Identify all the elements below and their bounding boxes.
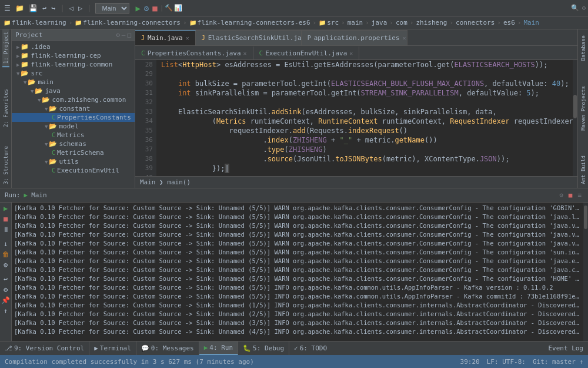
tree-item-src[interactable]: ▼ 📂 src [12,69,135,78]
tab-executionenv[interactable]: C ExecutionEnvUtil.java ✕ [253,47,360,59]
redo-icon[interactable]: ↪ [49,3,57,14]
breadcrumb-flink-learning[interactable]: 📁 flink-learning [4,19,66,26]
run-label: Run: [5,191,21,199]
coverage-btn[interactable]: 📊 [174,4,182,12]
tab-version-control[interactable]: ⎇ 9: Version Control [0,342,89,355]
folder-icon: 📂 [35,87,43,95]
filter-btn[interactable]: ⚙ [1,260,11,270]
tree-item-metrics[interactable]: C Metrics [12,131,135,140]
event-log-btn[interactable]: Event Log [543,344,588,352]
console-line: [Kafka 0.10 Fetcher for Source: Custom S… [14,283,581,292]
breadcrumb-java[interactable]: java [372,19,387,26]
build-btn[interactable]: 🔨 [165,4,173,12]
code-line-28: List<HttpHost> esAddresses = EsUtil.getE… [161,60,568,69]
breadcrumb-connectors2[interactable]: connectors [456,19,495,26]
bottom-panel-header: Run: ▶ Main ⚙ ■ ≡ [0,188,588,203]
tab-debug[interactable]: 🐛 5: Debug [238,342,289,355]
toolbar-icons: ☰ 📁 💾 ↩ ↪ | ◁ ▷ | [2,3,93,14]
tree-item-constant[interactable]: ▼ 📂 constant [12,104,135,113]
tree-item-main[interactable]: ▼ 📂 main [12,78,135,87]
tab-terminal[interactable]: ▶ Terminal [89,342,136,355]
console-scrollbar[interactable] [583,203,588,341]
rerun-btn[interactable]: ⚙ [557,191,565,200]
tree-item-model[interactable]: ▼ 📂 model [12,122,135,131]
tab-messages[interactable]: 💬 0: Messages [136,342,199,355]
tree-item-metricschema[interactable]: C MetricSchema [12,148,135,157]
tab-application-properties[interactable]: P application.properties ✕ [302,30,407,45]
console-output[interactable]: [Kafka 0.10 Fetcher for Source: Custom S… [12,203,583,341]
breadcrumb-main-class[interactable]: Main [523,19,539,26]
tree-item-idea[interactable]: ▶ 📁 .idea [12,42,135,51]
tab-close-icon[interactable]: ✕ [186,35,189,41]
debug-button[interactable]: ⚙ [143,2,150,14]
tab-close-2[interactable]: ✕ [349,50,353,57]
sidebar-ant[interactable]: Ant Build [580,152,587,188]
pin-btn[interactable]: 📌 [1,296,11,305]
tab-todo[interactable]: ✓ 6: TODO [289,342,332,355]
forward-icon[interactable]: ▷ [76,3,84,14]
code-line-30: int bulkSize = parameterTool.getInt(ELAS… [161,79,568,88]
breadcrumb-es62[interactable]: es6 [503,19,515,26]
stop-run-btn[interactable]: ■ [567,191,574,200]
editor-scrollbar[interactable] [573,60,577,176]
settings-btn[interactable]: ⚙ [116,31,120,39]
breadcrumb-com[interactable]: com [396,19,407,26]
run-again-btn[interactable]: ▶ [1,204,11,213]
tree-item-java[interactable]: ▼ 📂 java [12,87,135,95]
class-file-icon-2: C [259,49,263,57]
breadcrumb-zhisheng[interactable]: zhisheng [416,19,447,26]
sidebar-item-structure[interactable]: 3: Structure [2,142,9,188]
breadcrumb-es6[interactable]: 📁 flink-learning-connectors-es6 [189,19,310,26]
tree-item-utils[interactable]: ▼ 📂 utils [12,157,135,166]
sidebar-database[interactable]: Database [580,32,587,64]
tree-item-common[interactable]: ▶ 📁 flink-learning-common [12,60,135,69]
undo-icon[interactable]: ↩ [41,3,48,14]
settings-run-btn[interactable]: ≡ [576,191,583,200]
menu-icon[interactable]: ☰ [2,3,12,14]
sidebar-item-favorites[interactable]: 2: Favorites [2,85,9,131]
cog-btn[interactable]: ⚙ [1,285,11,294]
save-icon[interactable]: 💾 [27,3,39,14]
sidebar-item-project[interactable]: 1: Project [2,29,9,67]
run-config-dropdown[interactable]: Main [95,3,129,14]
run-button[interactable]: ▶ [134,2,141,14]
settings-icon[interactable]: ⚙ [582,4,586,12]
clear-btn[interactable]: 🗑 [1,250,11,259]
tab-run[interactable]: ▶ 4: Run [199,342,238,355]
code-content[interactable]: List<HttpHost> esAddresses = EsUtil.getE… [156,60,573,176]
breadcrumb-src[interactable]: 📁 src [319,19,339,26]
sidebar-maven[interactable]: Maven Projects [580,82,587,134]
back-icon[interactable]: ◁ [68,3,75,14]
console-line: [Kafka 0.10 Fetcher for Source: Custom S… [14,248,581,257]
tab-close[interactable]: ✕ [243,50,247,57]
scroll-end-btn[interactable]: ↓ [1,239,11,248]
open-icon[interactable]: 📁 [14,3,26,14]
tree-item-properties[interactable]: C PropertiesConstants [12,113,135,122]
folder-icon: 📂 [49,158,57,165]
tree-item-execenv[interactable]: C ExecutionEnvUtil [12,166,135,175]
line-numbers: 28 29 30 31 32 33 34 35 36 37 38 39 40 4… [135,60,156,176]
project-tree: ▶ 📁 .idea ▶ 📁 flink-learning-cep ▶ 📁 fli… [12,41,135,188]
console-line: [Kafka 0.10 Fetcher for Source: Custom S… [14,213,581,221]
stop-button[interactable]: ■ [151,2,158,14]
tab-label-3: application.properties [314,34,400,42]
stop-run-btn-2[interactable]: ■ [1,214,11,224]
tree-item-schemas[interactable]: ▼ 📂 schemas [12,140,135,148]
breadcrumb-main[interactable]: main [348,19,363,26]
tab-elasticsearch[interactable]: J ElasticSearchSinkUtil.java ✕ [196,30,302,45]
minimize-btn[interactable]: — [122,31,126,39]
folder-icon-2: 📁 [75,19,82,26]
export-btn[interactable]: ↑ [1,306,11,316]
wrap-btn[interactable]: ↩ [1,274,11,284]
pause-btn[interactable]: ⏸ [1,225,11,234]
tab-properties-constants[interactable]: C PropertiesConstants.java ✕ [135,47,253,59]
breadcrumb-connectors[interactable]: 📁 flink-learning-connectors [75,19,181,26]
console-line: [Kafka 0.10 Fetcher for Source: Custom S… [14,310,581,319]
code-line-38: .source(JsonUtil.toJSONBytes(metric), XC… [161,154,568,164]
tab-main-java[interactable]: J Main.java ✕ [135,30,196,45]
maximize-btn[interactable]: □ [127,31,131,39]
search-everywhere-icon[interactable]: 🔍 [571,4,579,12]
tree-item-com[interactable]: ▼ 📂 com.zhisheng.common [12,95,135,104]
tab-close-icon-3[interactable]: ✕ [402,35,406,41]
tree-item-cep[interactable]: ▶ 📁 flink-learning-cep [12,51,135,60]
